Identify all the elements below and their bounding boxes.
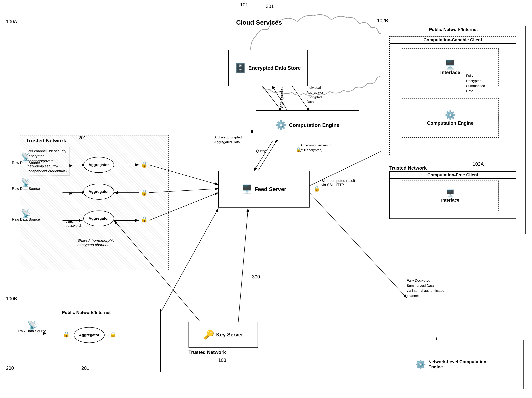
- computation-engine-top-box: ⚙️ Computation Engine: [402, 98, 499, 138]
- arrow-r2-agg2: ▶: [70, 191, 72, 196]
- ref-100a: 100A: [6, 19, 17, 24]
- radio-icon-2: 📡: [21, 179, 31, 187]
- ref-103: 103: [218, 358, 226, 363]
- ref-102a: 102A: [473, 161, 484, 167]
- ref-301: 301: [266, 4, 274, 9]
- cloud-services-label: Cloud Services: [236, 19, 282, 26]
- simi-computed-label: Simi-computed result(still encrypted): [300, 143, 331, 152]
- aggregator-2: Aggregator: [83, 184, 114, 200]
- interface-bottom-box: 🖥️ Interface: [402, 181, 499, 211]
- monitor-icon-bottom: 🖥️: [441, 189, 459, 198]
- feed-server-label: Feed Server: [254, 186, 286, 192]
- raw-data-source-2: 📡 Raw Data Source: [12, 179, 40, 191]
- radio-icon-3: 📡: [21, 209, 31, 217]
- encrypted-store-label: Encrypted Data Store: [248, 65, 301, 71]
- public-network-right-top: Public Network/Internet Computation-Capa…: [381, 26, 526, 234]
- interface-top-label: Interface: [440, 70, 460, 75]
- aggregator-3-label: Aggregator: [89, 216, 109, 221]
- ref-101: 101: [240, 2, 248, 7]
- computation-free-title: Computation-Free Client: [390, 172, 516, 179]
- aggregator-1-label: Aggregator: [89, 163, 109, 167]
- raw-data-source-4: 📡 Raw Data Source: [18, 321, 46, 333]
- simi-ssl-label: Simi-computed resultvia SSL HTTP: [322, 179, 355, 187]
- archive-label: Archive EncryptedAggregated Data: [214, 135, 242, 144]
- public-network-left-title: Public Network/Internet: [12, 309, 160, 316]
- shared-channel-label: Shared, homomorphicencrypted channel: [77, 238, 114, 247]
- lock-5: 🔒: [109, 331, 116, 338]
- network-level-comp-label: Network-Level Computation Engine: [428, 359, 498, 370]
- interface-bottom-label: Interface: [441, 198, 459, 203]
- computation-free-box: Computation-Free Client 🖥️ Interface: [389, 171, 516, 219]
- raw-source-1-label: Raw Data Source: [12, 161, 40, 165]
- computation-capable-box: Computation-Capable Client 🖥️ Interface …: [389, 36, 516, 155]
- public-network-right-top-title: Public Network/Internet: [381, 26, 526, 33]
- svg-line-15: [262, 85, 282, 111]
- ref-100b: 100B: [6, 296, 17, 301]
- lock-3: 🔒: [141, 216, 148, 223]
- key-server-trusted-label: Trusted Network: [189, 350, 226, 355]
- radio-icon-4: 📡: [27, 321, 37, 329]
- svg-line-23: [238, 209, 248, 324]
- aggregator-1: Aggregator: [83, 157, 114, 173]
- raw-source-3-label: Raw Data Source: [12, 217, 40, 222]
- lock-4: 🔒: [63, 331, 70, 338]
- ref-102b: 102B: [377, 18, 388, 23]
- lock-2: 🔒: [141, 189, 148, 196]
- svg-line-14: [262, 85, 282, 111]
- public-network-left-box: Public Network/Internet 📡 Raw Data Sourc…: [12, 309, 161, 372]
- arrow-r3-agg3: ▶: [70, 218, 72, 223]
- gear-icon-top: ⚙️: [427, 110, 474, 120]
- feed-server-box: 🖥️ Feed Server: [218, 171, 310, 208]
- server-icon: 🖥️: [241, 184, 252, 195]
- lock-1: 🔒: [141, 161, 148, 168]
- aggregator-2-label: Aggregator: [89, 189, 109, 194]
- database-icon: 🗄️: [235, 63, 246, 73]
- arrow-r4-lock: ▶: [43, 331, 46, 335]
- ref-201b: 201: [81, 365, 89, 371]
- raw-data-source-3: 📡 Raw Data Source: [12, 209, 40, 222]
- sql-queries-label: SQL Queries: [280, 87, 284, 108]
- raw-source-4-label: Raw Data Source: [18, 329, 46, 333]
- radio-icon-1: 📡: [21, 153, 31, 161]
- gear-icon-network: ⚙️: [415, 359, 426, 370]
- computation-engine-cloud-box: ⚙️ Computation Engine: [256, 110, 359, 140]
- lock-ssl: 🔒: [314, 186, 320, 192]
- individual-aggregator-label: IndividualAggregatorEncryptedData: [307, 85, 323, 104]
- computation-engine-cloud-label: Computation Engine: [289, 122, 339, 128]
- key-server-label: Key Server: [216, 332, 243, 338]
- encrypted-data-store-box: 🗄️ Encrypted Data Store: [228, 50, 308, 86]
- user-password-label: user/password: [65, 219, 81, 228]
- ref-300: 300: [252, 274, 260, 280]
- query-label: Query: [256, 149, 266, 153]
- aggregator-3: Aggregator: [83, 210, 114, 226]
- arrow-r1-agg1: ▶: [70, 163, 72, 168]
- ref-201a: 201: [78, 135, 86, 141]
- svg-line-17: [254, 139, 274, 171]
- key-server-box: 🔑 Key Server: [189, 322, 258, 347]
- fully-decrypted-bottom-label: Fully DecryptedSummarized Datavia intern…: [407, 278, 444, 298]
- monitor-icon-top: 🖥️: [440, 59, 460, 70]
- trusted-network-left-label: Trusted Network: [26, 138, 66, 144]
- network-level-comp-box: ⚙️ Network-Level Computation Engine: [389, 339, 524, 389]
- svg-line-18: [258, 139, 278, 171]
- raw-source-2-label: Raw Data Source: [12, 187, 40, 191]
- aggregator-4-label: Aggregator: [79, 333, 99, 337]
- raw-data-source-1: 📡 Raw Data Source: [12, 153, 40, 165]
- ref-200: 200: [6, 365, 14, 371]
- computation-engine-top-label: Computation Engine: [427, 120, 474, 126]
- trusted-network-right-label: Trusted Network: [389, 165, 427, 171]
- aggregator-4: Aggregator: [74, 327, 105, 343]
- gear-icon-cloud: ⚙️: [276, 120, 286, 130]
- fully-decrypted-top-label: FullyDecryptedSummarizedData: [466, 73, 485, 94]
- computation-capable-title: Computation-Capable Client: [390, 37, 516, 44]
- key-icon: 🔑: [203, 329, 214, 340]
